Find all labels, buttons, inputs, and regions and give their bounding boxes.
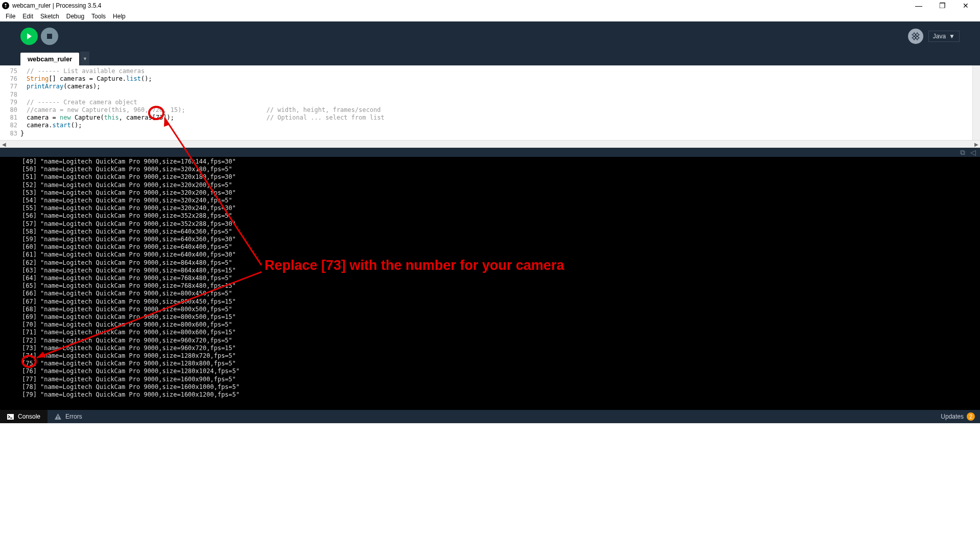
debug-icon[interactable]	[908, 29, 923, 44]
window-title: webcam_ruler | Processing 3.5.4	[12, 2, 102, 9]
minimize-button[interactable]: —	[912, 2, 926, 10]
svg-rect-7	[58, 418, 59, 419]
console-toolbar: ⧉ ◁	[0, 148, 980, 157]
console-tool-icon[interactable]: ⧉	[958, 148, 967, 157]
status-bar: Console Errors Updates 2	[0, 410, 980, 423]
updates-label[interactable]: Updates	[941, 413, 964, 420]
menu-edit[interactable]: Edit	[19, 12, 37, 20]
app-icon	[2, 2, 9, 9]
svg-point-1	[913, 34, 915, 36]
tab-active[interactable]: webcam_ruler	[20, 53, 79, 65]
svg-point-3	[913, 37, 915, 39]
warning-icon	[55, 413, 61, 420]
console-icon	[7, 414, 14, 420]
stop-button[interactable]	[41, 28, 58, 45]
annotation-text: Replace [73] with the number for your ca…	[265, 258, 564, 273]
scroll-right-icon[interactable]: ▶	[972, 142, 980, 147]
svg-rect-0	[47, 34, 52, 39]
menu-tools[interactable]: Tools	[88, 12, 109, 20]
svg-point-4	[916, 37, 918, 39]
console-tab[interactable]: Console	[0, 410, 47, 423]
tab-dropdown[interactable]: ▼	[80, 52, 89, 65]
tab-bar: webcam_ruler ▼	[0, 51, 980, 65]
menu-file[interactable]: File	[2, 12, 19, 20]
scroll-left-icon[interactable]: ◀	[0, 142, 8, 147]
console-collapse-icon[interactable]: ◁	[968, 148, 978, 156]
toolbar: Java ▼	[0, 21, 980, 51]
menu-sketch[interactable]: Sketch	[37, 12, 63, 20]
annotation-circle-console	[21, 355, 37, 368]
svg-rect-6	[58, 416, 59, 418]
editor-scrollbar-horizontal[interactable]: ◀ ▶	[0, 140, 980, 148]
close-button[interactable]: ✕	[959, 2, 973, 10]
mode-selector[interactable]: Java ▼	[928, 31, 960, 42]
annotation-circle-code	[148, 106, 164, 120]
line-gutter: 757677787980818283	[0, 65, 20, 140]
console-output[interactable]: [49] "name=Logitech QuickCam Pro 9000,si…	[0, 157, 980, 410]
window-titlebar: webcam_ruler | Processing 3.5.4 — ❐ ✕	[0, 0, 980, 11]
code-area[interactable]: // ------ List available camerasString[]…	[20, 65, 972, 140]
menu-debug[interactable]: Debug	[63, 12, 88, 20]
editor-scrollbar-vertical[interactable]	[972, 65, 980, 140]
maximize-button[interactable]: ❐	[935, 2, 949, 10]
mode-label: Java	[933, 33, 946, 40]
code-editor[interactable]: 757677787980818283 // ------ List availa…	[0, 65, 980, 140]
svg-point-2	[916, 34, 918, 36]
svg-rect-5	[7, 414, 14, 420]
errors-tab[interactable]: Errors	[47, 410, 89, 423]
updates-badge[interactable]: 2	[967, 412, 975, 421]
run-button[interactable]	[20, 28, 38, 45]
menu-bar: File Edit Sketch Debug Tools Help	[0, 11, 980, 21]
menu-help[interactable]: Help	[109, 12, 129, 20]
mode-caret-icon: ▼	[949, 33, 955, 40]
